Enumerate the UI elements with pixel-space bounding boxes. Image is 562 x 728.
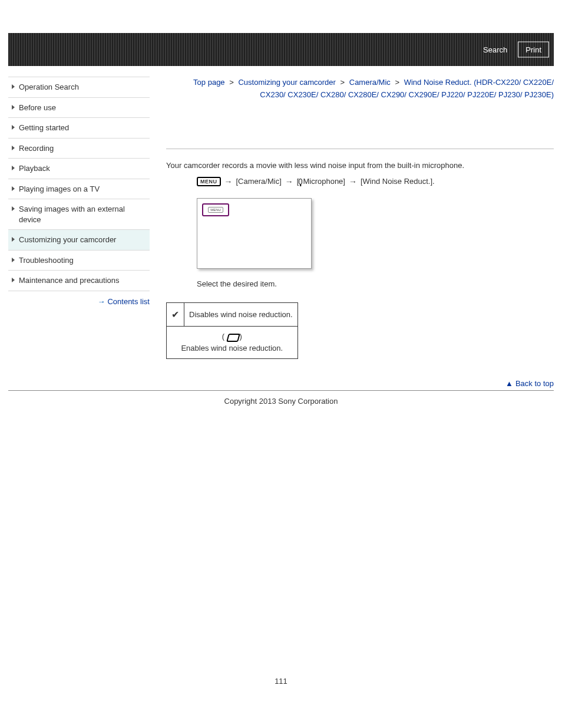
sidebar-item-label: Getting started: [19, 123, 69, 132]
seq-step: [Microphone]: [297, 177, 345, 186]
back-to-top-link[interactable]: ▲Back to top: [166, 379, 554, 388]
sidebar-item-label: Recording: [19, 144, 54, 153]
sidebar-item[interactable]: Recording: [8, 139, 150, 159]
screen-menu-highlight: MENU: [202, 203, 229, 216]
instruction-text: Select the desired item.: [197, 279, 554, 288]
arrow-right-icon: →: [349, 177, 357, 186]
sidebar-list: Operation Search Before use Getting star…: [8, 77, 150, 291]
breadcrumb-link[interactable]: Top page: [193, 78, 225, 87]
options-table: ✔ Disables wind noise reduction. () Enab…: [166, 302, 298, 359]
sidebar-item[interactable]: Maintenance and precautions: [8, 271, 150, 291]
breadcrumb-separator: >: [395, 78, 399, 87]
header-band: Search Print: [8, 33, 554, 66]
check-icon: ✔: [167, 302, 184, 326]
copyright-text: Copyright 2013 Sony Corporation: [8, 397, 554, 406]
contents-list-label: Contents list: [107, 297, 150, 306]
sidebar-item[interactable]: Playback: [8, 159, 150, 179]
seq-step: [Camera/Mic]: [236, 177, 282, 186]
breadcrumb: Top page > Customizing your camcorder > …: [166, 77, 554, 101]
microphone-icon: [299, 179, 302, 185]
screen-menu-chip: MENU: [208, 207, 223, 213]
menu-sequence: MENU → [Camera/Mic] → [Microphone] → [Wi…: [166, 177, 554, 186]
arrow-right-icon: →: [285, 177, 293, 186]
arrow-right-icon: →: [97, 297, 105, 306]
menu-icon: MENU: [197, 177, 221, 186]
breadcrumb-separator: >: [229, 78, 234, 87]
breadcrumb-link[interactable]: Customizing your camcorder: [238, 78, 335, 87]
footer-rule: [8, 390, 554, 391]
sidebar-item[interactable]: Playing images on a TV: [8, 179, 150, 200]
sidebar-item[interactable]: Getting started: [8, 118, 150, 139]
option-text: Enables wind noise reduction.: [181, 344, 283, 353]
back-to-top-label: Back to top: [515, 379, 554, 388]
sidebar-item[interactable]: Troubleshooting: [8, 251, 150, 271]
search-button[interactable]: Search: [477, 42, 513, 58]
option-cell: () Enables wind noise reduction.: [167, 326, 298, 358]
page-number: 111: [8, 677, 554, 686]
sidebar: Operation Search Before use Getting star…: [8, 77, 150, 306]
arrow-right-icon: →: [224, 177, 233, 186]
sidebar-item-label: Customizing your camcorder: [19, 235, 116, 244]
lead-text: Your camcorder records a movie with less…: [166, 161, 554, 170]
print-button[interactable]: Print: [518, 42, 549, 58]
sidebar-item-label: Before use: [19, 103, 56, 112]
triangle-up-icon: ▲: [505, 379, 513, 388]
sidebar-item-label: Saving images with an external device: [19, 205, 125, 224]
divider: [166, 149, 554, 149]
option-text: Disables wind noise reduction.: [184, 302, 298, 326]
sidebar-item-label: Operation Search: [19, 83, 79, 91]
table-row: () Enables wind noise reduction.: [167, 326, 298, 358]
main-content: Top page > Customizing your camcorder > …: [166, 77, 554, 388]
sidebar-item-label: Playing images on a TV: [19, 185, 100, 193]
sidebar-item[interactable]: Saving images with an external device: [8, 199, 150, 230]
sidebar-item[interactable]: Operation Search: [8, 77, 150, 98]
wind-noise-icon: (): [224, 332, 240, 342]
sidebar-item-label: Playback: [19, 164, 50, 173]
seq-step: [Wind Noise Reduct.].: [361, 177, 435, 186]
sidebar-item-label: Troubleshooting: [19, 256, 74, 265]
screen-illustration: MENU: [197, 198, 312, 269]
breadcrumb-link[interactable]: Camera/Mic: [349, 78, 391, 87]
sidebar-item-active[interactable]: Customizing your camcorder: [8, 230, 150, 251]
table-row: ✔ Disables wind noise reduction.: [167, 302, 298, 326]
sidebar-item[interactable]: Before use: [8, 98, 150, 118]
breadcrumb-separator: >: [340, 78, 345, 87]
contents-list-link[interactable]: →Contents list: [8, 297, 150, 306]
sidebar-item-label: Maintenance and precautions: [19, 276, 120, 285]
